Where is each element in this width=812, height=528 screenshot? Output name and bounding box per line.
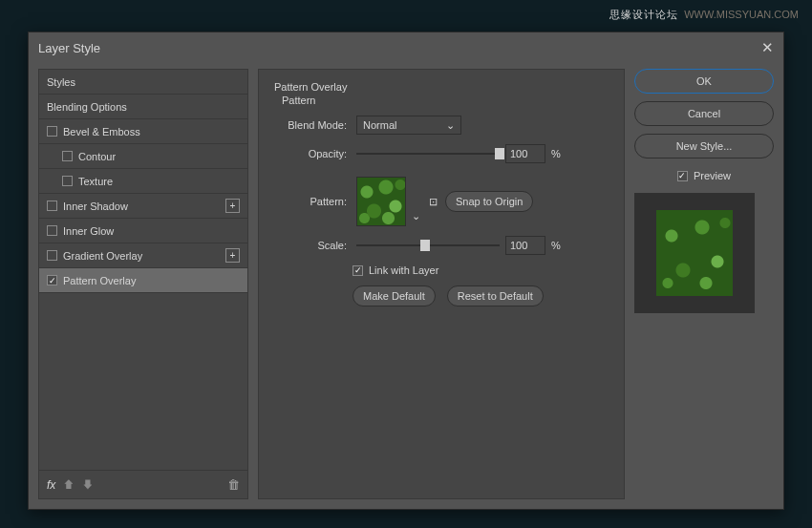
ok-button[interactable]: OK <box>634 69 774 94</box>
cancel-button[interactable]: Cancel <box>634 101 774 126</box>
sidebar-item-styles[interactable]: Styles <box>39 70 247 95</box>
chevron-down-icon: ⌄ <box>446 119 455 132</box>
close-icon[interactable]: ✕ <box>761 39 774 56</box>
make-default-button[interactable]: Make Default <box>353 285 436 306</box>
blend-mode-select[interactable]: Normal ⌄ <box>356 116 461 135</box>
link-with-layer-label: Link with Layer <box>369 264 438 276</box>
checkbox-inner-glow[interactable] <box>47 225 57 236</box>
preview-thumbnail <box>656 210 733 296</box>
opacity-label: Opacity: <box>274 148 347 159</box>
sidebar-item-contour[interactable]: Contour <box>39 144 247 169</box>
checkbox-inner-shadow[interactable] <box>47 201 57 211</box>
dialog-title: Layer Style <box>38 41 100 55</box>
watermark: 思缘设计论坛WWW.MISSYUAN.COM <box>609 8 799 22</box>
add-gradient-overlay-icon[interactable]: + <box>225 248 240 263</box>
sidebar-item-pattern-overlay[interactable]: ✓Pattern Overlay <box>39 268 247 293</box>
scale-slider[interactable] <box>356 239 500 252</box>
preview-thumbnail-box <box>634 193 755 313</box>
checkbox-gradient-overlay[interactable] <box>47 250 57 261</box>
layer-style-dialog: Layer Style ✕ Styles Blending Options Be… <box>28 32 784 510</box>
opacity-slider[interactable] <box>356 147 500 160</box>
section-subtitle: Pattern <box>282 95 609 106</box>
checkbox-contour[interactable] <box>62 151 73 161</box>
checkbox-bevel[interactable] <box>47 126 57 137</box>
styles-sidebar: Styles Blending Options Bevel & Emboss C… <box>38 69 248 499</box>
sidebar-item-gradient-overlay[interactable]: Gradient Overlay + <box>39 243 247 268</box>
fx-icon[interactable]: fx <box>47 478 55 492</box>
arrow-down-icon[interactable]: 🡇 <box>82 478 94 492</box>
chevron-down-icon[interactable]: ⌄ <box>412 210 420 222</box>
pattern-label: Pattern: <box>274 196 347 207</box>
sidebar-footer: fx 🡅 🡇 🗑 <box>39 470 247 498</box>
checkbox-preview[interactable]: ✓ <box>677 171 688 181</box>
checkbox-texture[interactable] <box>62 176 73 186</box>
settings-panel: Pattern Overlay Pattern Blend Mode: Norm… <box>258 69 625 499</box>
sidebar-item-inner-glow[interactable]: Inner Glow <box>39 219 247 243</box>
checkbox-link-with-layer[interactable]: ✓ <box>353 265 363 276</box>
opacity-input[interactable]: 100 <box>505 144 545 163</box>
add-inner-shadow-icon[interactable]: + <box>225 199 240 213</box>
arrow-up-icon[interactable]: 🡅 <box>63 478 75 492</box>
scale-input[interactable]: 100 <box>505 236 545 255</box>
sidebar-item-bevel-emboss[interactable]: Bevel & Emboss <box>39 119 247 144</box>
scale-label: Scale: <box>274 240 347 251</box>
new-style-button[interactable]: New Style... <box>634 134 774 158</box>
blend-mode-label: Blend Mode: <box>274 119 347 131</box>
snap-to-origin-button[interactable]: Snap to Origin <box>445 191 533 212</box>
titlebar[interactable]: Layer Style ✕ <box>29 32 783 63</box>
sidebar-item-texture[interactable]: Texture <box>39 169 247 194</box>
section-title: Pattern Overlay <box>274 81 609 93</box>
trash-icon[interactable]: 🗑 <box>227 477 240 492</box>
right-panel: OK Cancel New Style... ✓ Preview <box>634 69 774 499</box>
reset-to-default-button[interactable]: Reset to Default <box>447 285 544 306</box>
preview-label: Preview <box>694 170 731 181</box>
checkbox-pattern-overlay[interactable]: ✓ <box>47 275 57 285</box>
sidebar-item-inner-shadow[interactable]: Inner Shadow + <box>39 194 247 219</box>
pattern-swatch[interactable] <box>356 177 406 226</box>
pattern-thumbnail <box>357 178 405 225</box>
snap-icon[interactable]: ⊡ <box>426 196 439 208</box>
sidebar-item-blending-options[interactable]: Blending Options <box>39 95 247 119</box>
